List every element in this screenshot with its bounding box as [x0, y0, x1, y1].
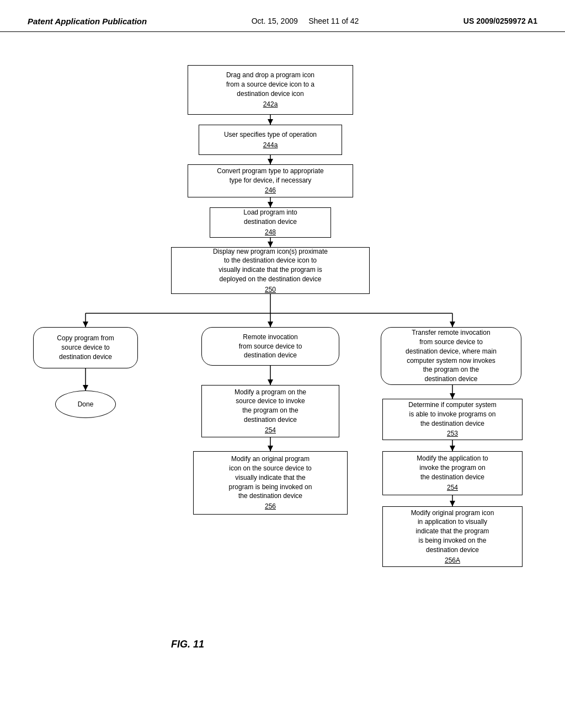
publication-title: Patent Application Publication — [28, 17, 147, 26]
box-done-text: Done — [78, 400, 94, 409]
box-256-left-text: Modify an original programicon on the so… — [229, 454, 312, 501]
box-254-left-text: Modify a program on thesource device to … — [234, 388, 306, 425]
box-transfer-text: Transfer remote invocationfrom source de… — [406, 328, 497, 384]
box-copy-program: Copy program fromsource device todestina… — [33, 327, 138, 368]
patent-number: US 2009/0259972 A1 — [463, 17, 537, 25]
box-253-text: Determine if computer systemis able to i… — [408, 400, 496, 428]
box-254-right-text: Modify the application toinvoke the prog… — [417, 454, 488, 481]
box-248: Load program intodestination device 248 — [210, 207, 331, 238]
box-254-right: Modify the application toinvoke the prog… — [382, 451, 523, 495]
box-256a-label: 256A — [445, 556, 460, 565]
box-244a: User specifies type of operation 244a — [199, 125, 342, 155]
box-244a-label: 244a — [263, 141, 278, 150]
box-253: Determine if computer systemis able to i… — [382, 399, 523, 440]
svg-marker-15 — [450, 322, 455, 327]
box-256-left-label: 256 — [265, 502, 276, 511]
svg-marker-5 — [268, 202, 273, 207]
box-remote-text: Remote invocationfrom source device tode… — [239, 333, 302, 360]
box-242a-label: 242a — [263, 100, 278, 109]
box-254-right-label: 254 — [447, 483, 458, 493]
box-246-text: Convert program type to appropriatetype … — [217, 167, 323, 185]
svg-marker-17 — [83, 385, 88, 390]
page-header: Patent Application Publication Oct. 15, … — [0, 0, 565, 32]
box-246-label: 246 — [265, 186, 276, 195]
box-256-left: Modify an original programicon on the so… — [193, 451, 348, 515]
box-remote-invocation: Remote invocationfrom source device tode… — [201, 327, 339, 366]
svg-marker-19 — [268, 379, 273, 385]
svg-marker-23 — [450, 393, 455, 399]
svg-marker-11 — [83, 322, 88, 327]
box-246: Convert program type to appropriatetype … — [188, 164, 353, 197]
fig-caption: FIG. 11 — [171, 639, 204, 650]
box-256a-text: Modify original program iconin applicati… — [411, 508, 494, 555]
svg-marker-1 — [268, 119, 273, 125]
box-242a-text: Drag and drop a program iconfrom a sourc… — [226, 71, 315, 98]
box-256a: Modify original program iconin applicati… — [382, 506, 523, 567]
box-253-label: 253 — [447, 429, 458, 438]
diagram-area: Drag and drop a program iconfrom a sourc… — [0, 32, 565, 694]
box-copy-text: Copy program fromsource device todestina… — [57, 334, 114, 361]
box-254-left: Modify a program on thesource device to … — [201, 385, 339, 437]
box-250-text: Display new program icon(s) proximateto … — [213, 247, 328, 284]
svg-marker-7 — [268, 242, 273, 247]
publication-date: Oct. 15, 2009 — [252, 17, 298, 25]
svg-marker-13 — [268, 322, 273, 327]
svg-marker-25 — [450, 446, 455, 451]
box-done: Done — [55, 390, 116, 418]
box-242a: Drag and drop a program iconfrom a sourc… — [188, 65, 353, 115]
box-250-label: 250 — [265, 285, 276, 295]
svg-marker-21 — [268, 446, 273, 451]
svg-marker-3 — [268, 159, 273, 164]
box-248-text: Load program intodestination device — [243, 208, 297, 227]
svg-marker-27 — [450, 501, 455, 506]
box-244a-text: User specifies type of operation — [224, 130, 317, 140]
box-transfer-remote: Transfer remote invocationfrom source de… — [381, 327, 521, 385]
sheet-info: Sheet 11 of 42 — [308, 17, 359, 25]
box-248-label: 248 — [265, 228, 276, 237]
box-250: Display new program icon(s) proximateto … — [171, 247, 370, 294]
header-date-sheet: Oct. 15, 2009 Sheet 11 of 42 — [252, 17, 359, 25]
box-254-left-label: 254 — [265, 426, 276, 435]
